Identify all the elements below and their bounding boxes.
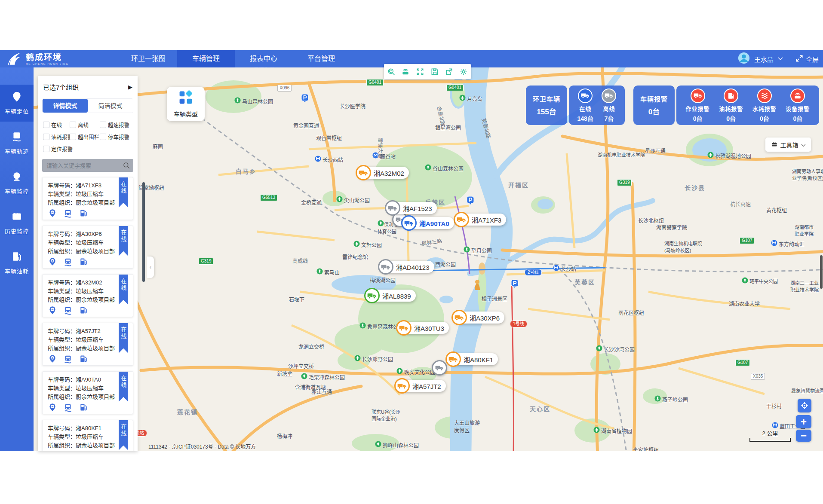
toolbox-button[interactable]: 工具箱 bbox=[765, 137, 811, 152]
place-text: 国际企业港) bbox=[372, 415, 400, 422]
vehicle-card[interactable]: 车牌号码：湘A30XP6车辆类型：垃圾压缩车所属组织：厨余垃圾项目部在线 bbox=[42, 226, 133, 269]
fullscreen-icon bbox=[795, 54, 804, 64]
search-input[interactable] bbox=[42, 159, 133, 172]
place-text: 东方韵动汇 bbox=[779, 240, 805, 247]
checkbox-超出围栏[interactable] bbox=[70, 134, 76, 140]
vehicle-field: 所属组织：厨余垃圾项目部 bbox=[48, 199, 128, 207]
vehicle-card[interactable]: 车牌号码：湘A32M02车辆类型：垃圾压缩车所属组织：厨余垃圾项目部在线 bbox=[42, 274, 133, 317]
user-avatar[interactable] bbox=[738, 52, 750, 66]
map-marker-湘A90TA0[interactable]: 湘A90TA0 bbox=[403, 217, 454, 229]
nav-item-报表中心[interactable]: 报表中心 bbox=[235, 50, 292, 67]
vehicle-card[interactable]: 车牌号码：湘A57JT2车辆类型：垃圾压缩车所属组织：厨余垃圾项目部在线 bbox=[42, 323, 133, 366]
vehicle-card[interactable]: 车牌号码：湘A71XF3车辆类型：垃圾压缩车所属组织：厨余垃圾项目部在线 bbox=[42, 177, 133, 220]
filter-定位报警[interactable]: 定位报警 bbox=[43, 145, 70, 153]
checkbox-超速报警[interactable] bbox=[100, 122, 106, 128]
checkbox-油耗报警[interactable] bbox=[43, 134, 49, 140]
checkbox-停车报警[interactable] bbox=[100, 134, 106, 140]
place-text: 麻园 bbox=[153, 143, 163, 150]
sidebar-item-车辆定位[interactable]: 车辆定位 bbox=[0, 85, 34, 122]
checkbox-离线[interactable] bbox=[70, 122, 76, 128]
filter-离线[interactable]: 离线 bbox=[70, 121, 100, 129]
map-marker-湘A80KF1[interactable]: 湘A80KF1 bbox=[448, 353, 498, 365]
stat-value: 0台 bbox=[760, 114, 769, 122]
filter-超出围栏[interactable]: 超出围栏 bbox=[70, 133, 100, 141]
map-marker-湘A71XF3[interactable]: 湘A71XF3 bbox=[456, 214, 506, 226]
track-icon[interactable] bbox=[63, 306, 73, 317]
map-label-星沙互通: 星沙互通 bbox=[645, 147, 666, 154]
checkbox-在线[interactable] bbox=[43, 122, 49, 128]
locate-icon[interactable] bbox=[48, 403, 57, 414]
share-tool-icon[interactable] bbox=[444, 67, 454, 77]
vehicle-field: 车牌号码：湘A57JT2 bbox=[48, 327, 128, 336]
track-icon[interactable] bbox=[63, 403, 73, 414]
search-tool-icon[interactable] bbox=[386, 67, 396, 77]
fuel-icon[interactable] bbox=[79, 257, 88, 269]
filter-在线[interactable]: 在线 bbox=[43, 121, 70, 129]
fuel-icon[interactable] bbox=[79, 403, 88, 414]
map-label-湖南警察学院: 湖南警察学院 bbox=[656, 223, 687, 231]
map-marker-湘A32M02[interactable]: 湘A32M02 bbox=[358, 167, 409, 179]
map-marker-湘A30TU3[interactable]: 湘A30TU3 bbox=[398, 322, 449, 334]
video-icon bbox=[11, 211, 22, 224]
map-label-杭长高速: 杭长高速 bbox=[730, 200, 751, 208]
map-marker-湘A30XP6[interactable]: 湘A30XP6 bbox=[454, 312, 504, 324]
track-icon[interactable] bbox=[63, 354, 73, 366]
map-marker-湘AD40123[interactable]: 湘AD40123 bbox=[380, 261, 434, 273]
sidebar-item-车辆轨迹[interactable]: 车辆轨迹 bbox=[0, 125, 34, 162]
locate-icon[interactable] bbox=[48, 306, 57, 317]
sidebar-item-车辆监控[interactable]: 车辆监控 bbox=[0, 165, 34, 202]
tab-详情模式[interactable]: 详情模式 bbox=[43, 99, 88, 113]
fuel-icon[interactable] bbox=[79, 306, 88, 317]
locate-icon[interactable] bbox=[48, 257, 57, 269]
chevron-down-icon[interactable] bbox=[778, 57, 783, 61]
filter-油耗报警[interactable]: 油耗报警 bbox=[43, 133, 70, 141]
map-marker-湘AL8839[interactable]: 湘AL8839 bbox=[366, 290, 416, 302]
device-tool-icon[interactable] bbox=[400, 67, 411, 77]
fuel-icon[interactable] bbox=[79, 209, 88, 220]
vehicle-card[interactable]: 车牌号码：湘A90TA0车辆类型：垃圾压缩车所属组织：厨余垃圾项目部在线 bbox=[42, 371, 133, 414]
fuel-icon[interactable] bbox=[79, 354, 88, 366]
map-marker-湘A57JT2[interactable]: 湘A57JT2 bbox=[396, 380, 446, 392]
sidebar-item-label: 车辆油耗 bbox=[5, 267, 29, 275]
zoom-out-button[interactable]: − bbox=[796, 430, 811, 442]
locate-icon[interactable] bbox=[48, 354, 57, 366]
panel-collapse-handle[interactable]: ‹ bbox=[147, 257, 154, 278]
locate-button[interactable] bbox=[798, 399, 811, 412]
nav-item-平台管理[interactable]: 平台管理 bbox=[292, 50, 350, 67]
map-label-长沙站: 长沙站 bbox=[553, 265, 576, 272]
map-label-琏平中央公园: 琏平中央公园 bbox=[742, 277, 778, 284]
map-marker-湘AF1523[interactable]: 湘AF1523 bbox=[387, 202, 437, 214]
track-icon[interactable] bbox=[63, 209, 73, 220]
locate-icon[interactable] bbox=[48, 209, 57, 220]
zoom-in-button[interactable]: + bbox=[796, 415, 811, 428]
map-label-燕子岭公园: 燕子岭公园 bbox=[654, 395, 688, 403]
place-text: 尖山湖公园 bbox=[344, 196, 370, 204]
vehicle-marker-hidden[interactable] bbox=[432, 360, 447, 376]
user-name[interactable]: 王水晶 bbox=[754, 55, 774, 64]
place-text: 梅溪湖公园 bbox=[370, 276, 396, 284]
place-text: 谷山森林公园 bbox=[433, 165, 464, 172]
save-tool-icon[interactable] bbox=[430, 67, 440, 77]
checkbox-定位报警[interactable] bbox=[43, 146, 49, 152]
expand-tool-icon[interactable] bbox=[415, 67, 425, 77]
vehicle-field: 车牌号码：湘A30XP6 bbox=[48, 230, 128, 238]
stat-value: 0台 bbox=[693, 114, 703, 122]
vehicle-card[interactable]: 车牌号码：湘A80KF1车辆类型：垃圾压缩车所属组织：厨余垃圾项目部在线 bbox=[42, 420, 133, 451]
filter-停车报警[interactable]: 停车报警 bbox=[100, 133, 133, 141]
tab-简洁模式[interactable]: 简洁模式 bbox=[88, 99, 133, 113]
nav-item-环卫一张图[interactable]: 环卫一张图 bbox=[120, 50, 177, 67]
place-text: 晚安文化公园 bbox=[404, 368, 435, 376]
nav-item-车辆管理[interactable]: 车辆管理 bbox=[177, 50, 235, 67]
sidebar-item-车辆油耗[interactable]: 车辆油耗 bbox=[0, 244, 34, 281]
fullscreen-button[interactable]: 全屏 bbox=[795, 54, 819, 64]
search-icon[interactable] bbox=[123, 162, 130, 171]
vehicle-type-button[interactable]: 车辆类型 bbox=[167, 87, 205, 121]
page-scrollbar[interactable] bbox=[820, 255, 823, 289]
settings-tool-icon[interactable] bbox=[458, 67, 469, 77]
park-icon bbox=[301, 373, 307, 381]
panel-scrollbar[interactable] bbox=[142, 182, 145, 282]
track-icon[interactable] bbox=[63, 257, 73, 269]
sidebar-item-历史监控[interactable]: 历史监控 bbox=[0, 205, 34, 241]
org-expand-arrow-icon[interactable]: ▶ bbox=[128, 84, 132, 90]
filter-超速报警[interactable]: 超速报警 bbox=[100, 121, 133, 129]
